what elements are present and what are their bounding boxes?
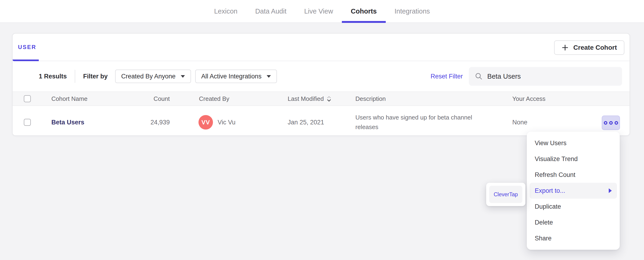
panel-tabs-row: USER Create Cohort — [12, 34, 630, 61]
menu-item-visualize-trend[interactable]: Visualize Trend — [530, 151, 617, 167]
column-header-count[interactable]: Count — [115, 95, 170, 102]
created-by-cell: VV Vic Vu — [198, 115, 236, 130]
nav-tab-label: Integrations — [394, 8, 430, 15]
create-cohort-label: Create Cohort — [573, 44, 617, 51]
search-box[interactable] — [469, 67, 622, 86]
active-tab-underline — [12, 60, 39, 61]
create-cohort-button[interactable]: Create Cohort — [554, 40, 624, 55]
created-by-dropdown-value: Created By Anyone — [121, 73, 176, 80]
reset-filter-link[interactable]: Reset Filter — [430, 73, 463, 80]
sort-icon[interactable] — [326, 96, 332, 102]
export-submenu: CleverTap — [486, 183, 526, 206]
menu-item-share[interactable]: Share — [530, 230, 617, 246]
tab-user-label: USER — [18, 44, 36, 50]
nav-tab-lexicon[interactable]: Lexicon — [205, 0, 246, 22]
last-modified-date: Jan 25, 2021 — [288, 119, 324, 126]
nav-tab-cohorts[interactable]: Cohorts — [342, 0, 386, 22]
menu-item-duplicate[interactable]: Duplicate — [530, 198, 617, 214]
integrations-dropdown-value: All Active Integrations — [201, 73, 262, 80]
your-access-value: None — [512, 119, 528, 126]
avatar: VV — [198, 115, 213, 130]
submenu-item-clevertap[interactable]: CleverTap — [489, 186, 522, 203]
nav-tab-live-view[interactable]: Live View — [296, 0, 342, 22]
nav-tab-label: Live View — [304, 8, 333, 15]
integrations-dropdown[interactable]: All Active Integrations — [195, 70, 277, 83]
cohort-description: Users who have signed up for beta channe… — [356, 113, 491, 132]
row-checkbox[interactable] — [24, 119, 31, 126]
submenu-arrow-icon — [609, 188, 612, 193]
chevron-down-icon — [267, 75, 271, 78]
column-header-your-access[interactable]: Your Access — [512, 95, 546, 102]
search-icon — [475, 72, 483, 80]
table-header: Cohort Name Count Created By Last Modifi… — [12, 92, 630, 106]
filter-by-label: Filter by — [83, 73, 108, 80]
column-header-cohort-name[interactable]: Cohort Name — [51, 95, 88, 102]
more-actions-button[interactable] — [602, 116, 620, 130]
plus-icon — [562, 44, 568, 51]
created-by-dropdown[interactable]: Created By Anyone — [115, 70, 191, 83]
divider — [75, 70, 75, 83]
search-input[interactable] — [487, 72, 616, 80]
row-actions-menu: View Users Visualize Trend Refresh Count… — [527, 132, 620, 250]
chevron-down-icon — [181, 75, 185, 78]
nav-tab-data-audit[interactable]: Data Audit — [246, 0, 296, 22]
table-row: Beta Users 24,939 VV Vic Vu Jan 25, 2021… — [12, 106, 630, 132]
cohort-name-link[interactable]: Beta Users — [51, 119, 84, 126]
cohort-count: 24,939 — [115, 119, 170, 126]
column-header-last-modified[interactable]: Last Modified — [288, 95, 332, 102]
nav-tab-label: Cohorts — [351, 8, 377, 15]
menu-item-export-to[interactable]: Export to... — [530, 183, 617, 198]
ellipsis-icon — [604, 121, 607, 125]
column-header-description[interactable]: Description — [356, 95, 386, 102]
filter-bar: 1 Results Filter by Created By Anyone Al… — [12, 61, 630, 92]
nav-tab-label: Lexicon — [214, 8, 238, 15]
top-navigation: Lexicon Data Audit Live View Cohorts Int… — [0, 0, 644, 23]
menu-item-refresh-count[interactable]: Refresh Count — [530, 167, 617, 183]
select-all-checkbox[interactable] — [24, 95, 31, 102]
created-by-name: Vic Vu — [218, 119, 236, 126]
column-header-last-modified-label: Last Modified — [288, 95, 324, 102]
column-header-created-by[interactable]: Created By — [199, 95, 229, 102]
menu-item-view-users[interactable]: View Users — [530, 135, 617, 151]
nav-tab-integrations[interactable]: Integrations — [386, 0, 439, 22]
results-count: 1 Results — [39, 73, 67, 80]
menu-item-export-to-label: Export to... — [535, 187, 565, 194]
cohorts-panel: USER Create Cohort 1 Results Filter by C… — [12, 33, 630, 136]
ellipsis-icon — [609, 121, 613, 125]
nav-tab-label: Data Audit — [255, 8, 286, 15]
menu-item-delete[interactable]: Delete — [530, 214, 617, 230]
ellipsis-icon — [614, 121, 618, 125]
tab-user[interactable]: USER — [18, 34, 36, 61]
